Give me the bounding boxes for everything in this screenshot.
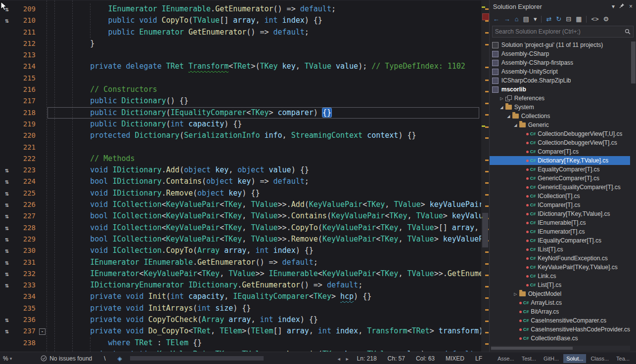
code-line[interactable]: ⇅223 void IDictionary.Add(object key, ob… — [0, 164, 481, 176]
code-line[interactable]: ⇅237- private void Do_CopyTo<TRet, TElem… — [0, 325, 481, 337]
collapse-icon[interactable]: ◢ — [505, 114, 512, 119]
tree-item[interactable]: C#IList[T].cs — [490, 245, 630, 254]
tree-item[interactable]: Assembly-UnityScript — [490, 67, 630, 76]
tool-window-tab[interactable]: Asse... — [495, 354, 517, 363]
scrollbar-thumb[interactable] — [130, 356, 264, 361]
tree-item[interactable]: C#BitArray.cs — [490, 307, 630, 316]
solution-explorer-vertical-scrollbar[interactable] — [631, 40, 636, 331]
tree-item[interactable]: ◢Generic — [490, 121, 630, 129]
code-line[interactable]: ⇅225 void IDictionary.Remove(object key)… — [0, 188, 481, 199]
pin-icon[interactable] — [619, 3, 625, 10]
line-ending-indicator[interactable]: LF — [475, 355, 482, 362]
code-line[interactable]: ⇅231 IEnumerator IEnumerable.GetEnumerat… — [0, 257, 481, 268]
tree-item[interactable]: C#GenericComparer[T].cs — [490, 174, 630, 183]
scroll-left-icon[interactable]: ◄ — [337, 357, 341, 362]
tree-item[interactable]: C#IEnumerable[T].cs — [490, 218, 630, 227]
tree-item[interactable]: C#EqualityComparer[T].cs — [490, 165, 630, 174]
tool-window-tab[interactable]: GitH... — [541, 354, 562, 363]
zoom-control[interactable]: % ▾ — [0, 355, 15, 362]
show-all-files-icon[interactable]: ▦ — [576, 15, 582, 23]
tree-item[interactable]: C#Link.cs — [490, 272, 630, 281]
char-indicator[interactable]: Ch: 57 — [388, 355, 405, 362]
solution-explorer-horizontal-scrollbar[interactable] — [491, 346, 630, 351]
tree-item[interactable]: ◢System — [490, 103, 630, 112]
code-line[interactable]: 235 private void InitArrays(int size) {} — [0, 303, 481, 314]
code-line[interactable]: 222 // Methods — [0, 153, 481, 164]
tree-item[interactable]: C#IEnumerator[T].cs — [490, 227, 630, 236]
tree-item[interactable]: C#CaseInsensitiveComparer.cs — [490, 316, 630, 325]
tree-item[interactable]: C#Dictionary[TKey,TValue].cs — [490, 156, 630, 165]
code-line[interactable]: ⇅233 IDictionaryEnumerator IDictionary.G… — [0, 280, 481, 291]
search-box[interactable] — [492, 26, 634, 38]
code-line[interactable]: ⇅227 bool ICollection<KeyValuePair<TKey,… — [0, 210, 481, 222]
tree-item[interactable]: C#GenericEqualityComparer[T].cs — [490, 183, 630, 192]
code-line[interactable]: 221 — [0, 142, 481, 153]
code-line[interactable]: 238 where TRet : TElem {} — [0, 337, 481, 349]
tree-item[interactable]: C#List[T].cs — [490, 281, 630, 289]
tree-item[interactable]: Assembly-CSharp-firstpass — [490, 58, 630, 67]
tree-item[interactable]: ▷References — [490, 94, 630, 103]
chevron-down-icon[interactable]: ▾ — [534, 15, 537, 23]
tree-item[interactable]: C#ArrayList.cs — [490, 298, 630, 307]
tree-item[interactable]: ▷ObjectModel — [490, 289, 630, 298]
code-line[interactable]: ⇅230 void ICollection.CopyTo(Array array… — [0, 245, 481, 256]
refresh-icon[interactable]: ↻ — [556, 15, 561, 23]
tree-item[interactable]: mscorlib — [490, 85, 630, 94]
tree-item[interactable]: Solution 'project-gui' (11 of 11 project… — [490, 40, 630, 49]
tool-window-tab[interactable]: Test... — [519, 354, 539, 363]
code-line[interactable]: ⇅209 IEnumerator IEnumerable.GetEnumerat… — [0, 3, 481, 15]
fold-collapse-box[interactable]: - — [39, 328, 45, 335]
code-line[interactable]: 214 private delegate TRet Transform<TRet… — [0, 61, 481, 72]
view-code-icon[interactable]: <> — [591, 15, 598, 23]
tree-item[interactable]: C#CollectionDebuggerView[T].cs — [490, 138, 630, 147]
search-input[interactable] — [493, 28, 622, 35]
code-line[interactable]: 212 } — [0, 38, 481, 49]
code-line[interactable]: ⇅232 IEnumerator<KeyValuePair<TKey, TVal… — [0, 268, 481, 280]
code-line[interactable]: 213 — [0, 49, 481, 61]
tool-window-tab[interactable]: Class... — [588, 354, 612, 363]
diamond-icon[interactable]: ◈ — [118, 355, 122, 362]
code-line[interactable]: ⇅224 bool IDictionary.Contains(object ke… — [0, 176, 481, 187]
code-line[interactable]: 234 private void Init(int capacity, IEqu… — [0, 291, 481, 302]
back-icon[interactable]: ← — [493, 15, 500, 23]
collapse-all-icon[interactable]: ⊟ — [566, 15, 571, 23]
window-position-icon[interactable]: ▾ — [612, 3, 615, 10]
code-line[interactable]: ⇅229 bool ICollection<KeyValuePair<TKey,… — [0, 234, 481, 245]
line-indicator[interactable]: Ln: 218 — [357, 355, 377, 362]
column-indicator[interactable]: Col: 63 — [416, 355, 435, 362]
home-icon[interactable]: ⌂ — [515, 15, 519, 23]
tree-item[interactable]: C#KeyValuePair[TKey,TValue].cs — [490, 263, 630, 272]
tree-item[interactable]: ICSharpCode.SharpZipLib — [490, 76, 630, 85]
close-icon[interactable]: × — [629, 3, 633, 10]
editor-vertical-scrollbar[interactable] — [481, 0, 489, 352]
document-health-indicator[interactable]: No issues found — [41, 355, 92, 362]
code-line[interactable]: ⇅228 void ICollection<KeyValuePair<TKey,… — [0, 222, 481, 234]
code-line[interactable]: ⇅226 void ICollection<KeyValuePair<TKey,… — [0, 199, 481, 210]
tool-window-tab[interactable]: Tea... — [613, 354, 633, 363]
panel-title-bar[interactable]: Solution Explorer ▾× — [490, 0, 636, 13]
forward-icon[interactable]: → — [504, 15, 510, 23]
code-line[interactable]: 217 public Dictionary() {} — [0, 95, 481, 107]
code-line[interactable]: 220 protected Dictionary(SerializationIn… — [0, 130, 481, 141]
tree-item[interactable]: Assembly-CSharp — [490, 49, 630, 58]
scrollbar-thumb[interactable] — [631, 41, 636, 83]
editor-horizontal-scrollbar[interactable] — [125, 352, 332, 364]
tree-item[interactable]: C#KeyNotFoundException.cs — [490, 254, 630, 263]
code-line[interactable]: 211 public Enumerator GetEnumerator() =>… — [0, 27, 481, 38]
scroll-right-icon[interactable]: ► — [345, 357, 350, 362]
tree-item[interactable]: C#Comparer[T].cs — [490, 147, 630, 156]
properties-icon[interactable]: ⚙ — [603, 15, 609, 23]
scrollbar-thumb[interactable] — [491, 347, 573, 350]
expand-icon[interactable]: ▷ — [499, 96, 505, 101]
code-line[interactable]: 216 // Constructors — [0, 84, 481, 95]
code-line[interactable]: 218 public Dictionary(IEqualityComparer<… — [0, 107, 481, 119]
collapse-icon[interactable]: ◢ — [512, 123, 519, 127]
sync-with-active-document-icon[interactable]: ⇄ — [546, 15, 551, 23]
code-line[interactable]: ⇅236 private void CopyToCheck(Array arra… — [0, 314, 481, 325]
tool-window-tab[interactable]: Solut... — [563, 354, 586, 363]
code-line[interactable]: 219 public Dictionary(int capacity) {} — [0, 119, 481, 130]
code-line[interactable]: ⇅210 public void CopyTo(TValue[] array, … — [0, 15, 481, 26]
tree-item[interactable]: C#ICollection[T].cs — [490, 192, 630, 201]
tree-item[interactable]: C#CollectionBase.cs — [490, 334, 630, 343]
tree-item[interactable]: C#IComparer[T].cs — [490, 201, 630, 209]
